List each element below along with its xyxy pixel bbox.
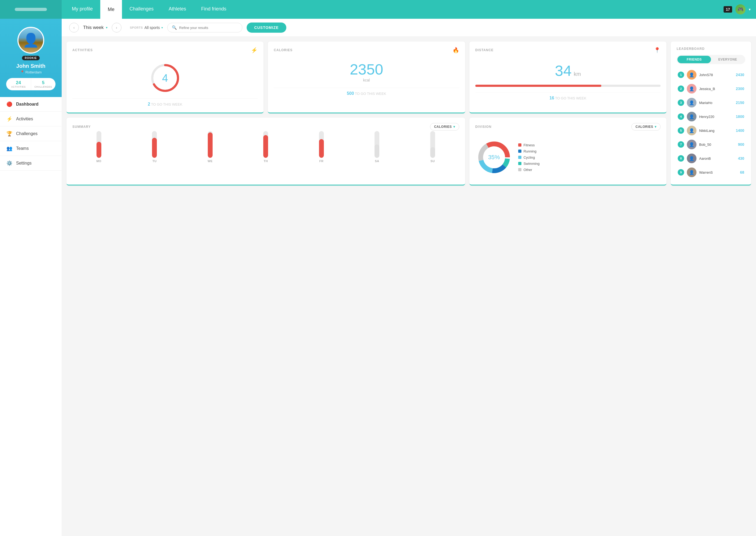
avatar-image: 👤 [18,28,43,52]
week-selector[interactable]: This week ▾ [83,25,108,30]
sidebar-item-settings[interactable]: ⚙️ Settings [0,156,62,171]
brand-logo [15,8,47,11]
bar-track [430,131,435,158]
calories-value: 2350 [274,58,459,78]
lb-rank: 5 [678,127,684,134]
nav-challenges[interactable]: Challenges [122,0,161,19]
notification-badge[interactable]: 17 [724,6,732,13]
sports-filter: SPORTS All sports ▾ [130,25,163,30]
bar-fill [430,147,435,158]
lb-rank: 1 [678,72,684,78]
main-layout: 👤 ROOKIE John Smith 📍 Rotterdam 24 ACTIV… [0,19,756,536]
nav-me[interactable]: Me [100,0,122,19]
avatar: 👤 [17,27,44,53]
lb-score: 430 [738,156,744,160]
legend-dot [518,168,521,171]
nav-links: My profile Me Challenges Athletes Find f… [62,0,724,19]
challenges-icon: 🏆 [6,131,12,137]
distance-progress-bar [475,85,661,87]
tab-everyone[interactable]: EVERYONE [711,56,744,63]
lb-rank: 9 [678,169,684,176]
summary-dropdown[interactable]: CALORIES ▾ [430,123,459,130]
activities-value: 4 [162,72,168,84]
lb-score: 2150 [736,100,744,105]
sidebar-item-label: Challenges [16,131,38,136]
sidebar-item-label: Settings [16,161,32,166]
tab-friends[interactable]: FRIENDS [677,56,711,63]
lb-avatar: 👤 [687,168,697,177]
nav-athletes[interactable]: Athletes [161,0,193,19]
search-icon: 🔍 [172,25,177,30]
customize-button[interactable]: CUSTOMIZE [247,22,286,33]
lb-score: 2430 [736,73,744,77]
distance-value: 34 [555,62,571,79]
calories-footer: 500 TO GO THIS WEEK [274,88,459,96]
bar-group: TU [128,131,181,163]
sidebar-item-label: Activities [16,117,33,121]
legend-dot [518,156,521,159]
calories-card-icon: 🔥 [453,47,459,53]
prev-week-button[interactable]: ‹ [69,23,79,32]
legend-label: Cycling [524,155,535,159]
activities-icon: ⚡ [6,116,12,122]
division-dropdown-label: CALORIES [636,125,653,129]
sidebar-item-challenges[interactable]: 🏆 Challenges [0,126,62,141]
legend-dot [518,150,521,153]
search-input[interactable] [179,26,238,30]
leaderboard-entry: 7 👤 Bob_50 900 [677,138,745,151]
user-location: 📍 Rotterdam [20,70,42,74]
distance-to-go-label: TO GO THIS WEEK [555,96,587,100]
sidebar-item-activities[interactable]: ⚡ Activities [0,112,62,126]
user-name: John Smith [17,63,46,69]
bar-label: SU [430,159,435,163]
sidebar-item-teams[interactable]: 👥 Teams [0,141,62,156]
legend-label: Other [524,168,533,172]
division-dropdown[interactable]: CALORIES ▾ [631,123,661,130]
nav-my-profile[interactable]: My profile [64,0,100,19]
activities-footer: 2 TO GO THIS WEEK [72,98,258,107]
lb-avatar: 👤 [687,153,697,163]
bar-track [374,131,379,158]
calories-card: CALORIES 🔥 2350 kcal 500 TO GO THIS WEEK [268,42,465,113]
donut-chart: 35% [475,139,513,176]
calories-to-go-label: TO GO THIS WEEK [355,92,386,96]
bar-track [319,131,324,158]
distance-card: DISTANCE 📍 34 km 16 TO GO THIS WEEK [469,42,667,113]
bar-track [208,131,213,158]
bar-fill [96,142,101,158]
lb-name: JohnS78 [699,73,733,77]
sidebar-item-label: Dashboard [16,102,39,107]
leaderboard-tabs: FRIENDS EVERYONE [677,55,745,64]
lb-rank: 7 [678,141,684,148]
bar-group: MO [72,131,125,163]
nav-find-friends[interactable]: Find friends [193,0,234,19]
bar-fill [319,139,324,158]
sidebar-item-dashboard[interactable]: 🔴 Dashboard [0,97,62,112]
leaderboard-header: LEADERBOARD [677,47,745,50]
distance-unit: km [574,71,581,77]
user-menu-chevron[interactable]: ▾ [749,7,751,12]
lb-name: Jessica_B [699,87,733,91]
bar-fill [263,135,268,158]
top-nav: My profile Me Challenges Athletes Find f… [0,0,756,19]
challenges-label: CHALLENGES [33,85,54,88]
next-week-button[interactable]: › [112,23,121,32]
rank-badge: ROOKIE [22,56,39,60]
division-header: DIVISION CALORIES ▾ [475,123,661,130]
brand-area [0,0,62,19]
legend-item: Fitness [518,143,540,147]
legend-item: Swimming [518,162,540,166]
teams-icon: 👥 [6,146,12,151]
leaderboard-entry: 4 👤 Henry220 1800 [677,110,745,123]
activities-card-icon: ⚡ [251,47,258,53]
summary-header: SUMMARY CALORIES ▾ [72,123,459,130]
leaderboard-entry: 8 👤 AaronB 430 [677,151,745,165]
bar-label: FR [319,159,324,163]
sports-select[interactable]: All sports ▾ [145,25,163,30]
lb-avatar: 👤 [687,126,697,135]
bar-label: WE [208,159,213,163]
user-avatar-nav[interactable]: 🎮 [735,4,745,15]
content-area: ‹ This week ▾ › SPORTS All sports ▾ 🔍 CU… [62,19,756,536]
legend-item: Cycling [518,155,540,159]
lb-score: 900 [738,142,744,147]
